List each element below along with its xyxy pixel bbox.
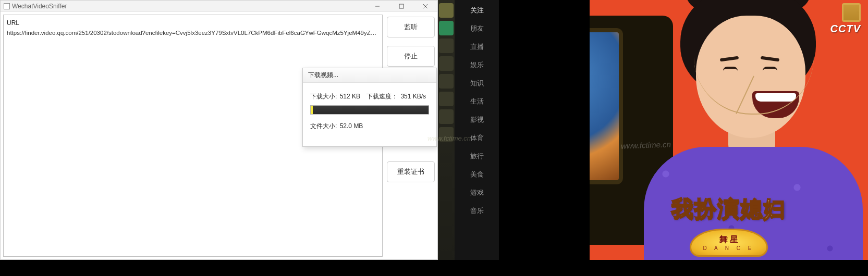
filesize-value: 52.0 MB [340, 122, 363, 130]
nav-item-follow[interactable]: 关注 [455, 1, 499, 19]
bottom-black-strip [0, 260, 868, 276]
wechat-avatar[interactable] [439, 3, 454, 18]
filesize-label: 文件大小: [310, 122, 337, 130]
download-speed-label: 下载速度： [366, 93, 398, 100]
app-title: WechatVideoSniffer [12, 3, 67, 10]
mouth [752, 91, 799, 118]
eyebrow [761, 56, 779, 62]
nav-item-friends[interactable]: 朋友 [455, 19, 499, 37]
watermark-text: www.fctime.cn [427, 134, 471, 142]
wechat-channels-icon[interactable] [439, 21, 454, 35]
eye [763, 67, 777, 71]
nav-item-life[interactable]: 生活 [455, 92, 499, 110]
download-dialog: 下载视频... 下载大小: 512 KB 下载速度： 351 KB/s 文件大小… [302, 68, 437, 147]
reinstall-cert-button[interactable]: 重装证书 [387, 161, 435, 182]
wechat-thumb[interactable] [439, 92, 454, 106]
wechat-thumb[interactable] [439, 74, 454, 89]
download-size-value: 512 KB [340, 93, 360, 100]
channel-logo: CCTV [830, 3, 861, 35]
nav-item-music[interactable]: 音乐 [455, 202, 499, 220]
wechat-account-strip [438, 0, 455, 260]
svg-rect-1 [399, 4, 404, 8]
channel-badge-icon [842, 3, 861, 22]
download-size-label: 下载大小: [310, 93, 337, 100]
nav-item-knowledge[interactable]: 知识 [455, 74, 499, 92]
eye [723, 67, 738, 71]
listen-button[interactable]: 监听 [387, 17, 435, 37]
face [696, 16, 805, 138]
nav-item-entertainment[interactable]: 娱乐 [455, 56, 499, 74]
progress-bar [310, 105, 429, 115]
titlebar: WechatVideoSniffer [1, 1, 437, 12]
url-label: URL [7, 19, 379, 27]
dialog-body: 下载大小: 512 KB 下载速度： 351 KB/s 文件大小: 52.0 M… [303, 83, 436, 146]
video-subtitle: 我扮演媳妇 [590, 194, 868, 223]
contestant-badge: 舞 星 D A N C E [690, 229, 768, 257]
nav-item-live[interactable]: 直播 [455, 37, 499, 56]
maximize-button[interactable] [389, 1, 413, 12]
wechat-thumb[interactable] [439, 56, 454, 71]
nav-item-food[interactable]: 美食 [455, 165, 499, 183]
wechat-category-nav: 关注 朋友 直播 娱乐 知识 生活 影视 体育 旅行 美食 游戏 音乐 [455, 0, 499, 260]
wechat-thumb[interactable] [439, 39, 454, 53]
wechat-thumb[interactable] [439, 109, 454, 124]
close-button[interactable] [413, 1, 437, 12]
download-stats-line: 下载大小: 512 KB 下载速度： 351 KB/s [310, 92, 429, 101]
minimize-button[interactable] [365, 1, 389, 12]
url-value[interactable]: https://finder.video.qq.com/251/20302/st… [7, 30, 379, 36]
watermark-text: www.fctime.cn [621, 140, 671, 150]
eyebrow [720, 56, 739, 62]
badge-title: 舞 星 [719, 234, 738, 245]
nav-item-games[interactable]: 游戏 [455, 183, 499, 202]
channel-name: CCTV [830, 23, 861, 35]
window-controls [365, 1, 437, 12]
nav-item-travel[interactable]: 旅行 [455, 147, 499, 165]
video-pillar-left [499, 0, 590, 260]
progress-fill [311, 106, 313, 114]
nav-item-movies[interactable]: 影视 [455, 110, 499, 129]
tv-screen [590, 28, 623, 184]
filesize-line: 文件大小: 52.0 MB [310, 122, 429, 131]
badge-subtitle: D A N C E [703, 245, 754, 251]
dialog-title: 下载视频... [303, 68, 436, 83]
stop-button[interactable]: 停止 [387, 46, 435, 67]
video-frame[interactable]: CCTV www.fctime.cn 我扮演媳妇 舞 星 D A N C E [590, 0, 868, 260]
download-speed-value: 351 KB/s [400, 93, 426, 100]
app-icon [4, 3, 10, 9]
